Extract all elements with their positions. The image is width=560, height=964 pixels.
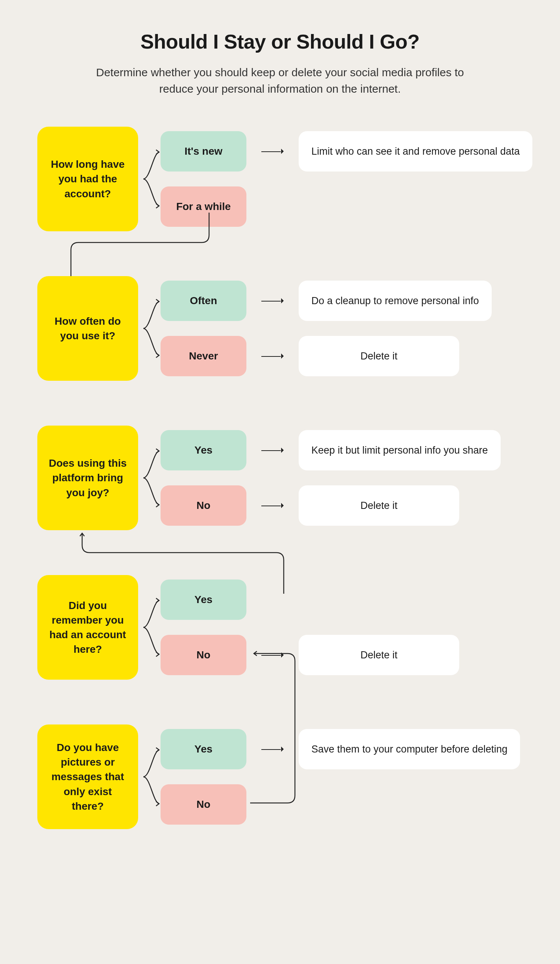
arrow-right-icon [261, 148, 284, 155]
outcome-box: Delete it [299, 635, 459, 675]
flow-block-media: Do you have pictures or messages that on… [37, 725, 523, 829]
answer-box: No [161, 784, 247, 825]
arrow-right-icon [261, 446, 284, 454]
answer-box: No [161, 635, 247, 675]
arrow-right-icon [261, 297, 284, 305]
bracket-icon [143, 729, 161, 825]
arrow-right-icon [261, 746, 284, 753]
outcome-box: Save them to your computer before deleti… [299, 729, 520, 769]
answer-box: No [161, 485, 247, 526]
outcome-box: Do a cleanup to remove personal info [299, 281, 492, 321]
outcome-box: Delete it [299, 485, 459, 526]
outcome-box: Delete it [299, 336, 459, 376]
arrow-right-icon [261, 502, 284, 509]
outcome-box: Limit who can see it and remove personal… [299, 131, 532, 171]
answer-box: It's new [161, 131, 247, 171]
question-box: How long have you had the account? [37, 127, 138, 231]
question-box: Do you have pictures or messages that on… [37, 725, 138, 829]
bracket-icon [143, 281, 161, 376]
flowchart: How long have you had the account? It's … [37, 127, 523, 829]
flow-block-frequency: How often do you use it? Often Do a clea… [37, 276, 523, 381]
flow-block-duration: How long have you had the account? It's … [37, 127, 523, 231]
question-box: How often do you use it? [37, 276, 138, 381]
page-subtitle: Determine whether you should keep or del… [84, 64, 476, 97]
answer-box: For a while [161, 186, 247, 227]
question-box: Does using this platform bring you joy? [37, 426, 138, 530]
bracket-icon [143, 131, 161, 227]
bracket-icon [143, 580, 161, 675]
arrow-right-icon [261, 352, 284, 360]
answer-box: Yes [161, 430, 247, 471]
flow-block-remember: Did you remember you had an account here… [37, 575, 523, 680]
flow-block-joy: Does using this platform bring you joy? … [37, 426, 523, 530]
bracket-icon [143, 430, 161, 526]
page-title: Should I Stay or Should I Go? [37, 30, 523, 53]
arrow-right-icon [261, 651, 284, 659]
question-box: Did you remember you had an account here… [37, 575, 138, 680]
outcome-box: Keep it but limit personal info you shar… [299, 430, 501, 471]
answer-box: Often [161, 281, 247, 321]
answer-box: Yes [161, 580, 247, 620]
answer-box: Yes [161, 729, 247, 769]
answer-box: Never [161, 336, 247, 376]
